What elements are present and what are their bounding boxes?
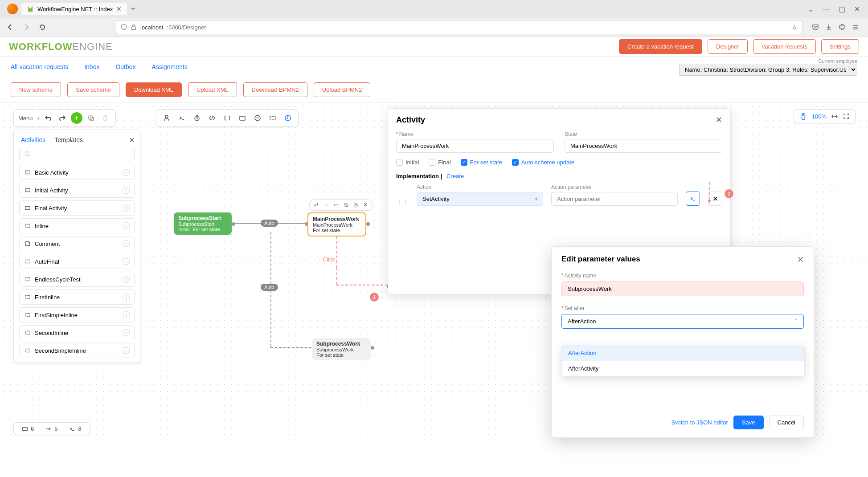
upload-bpmn-button[interactable]: Upload BPMN2 [314,82,371,97]
inline-icon[interactable] [267,112,278,124]
nav-inbox[interactable]: Inbox [84,63,99,70]
fullscreen-icon[interactable] [843,113,850,120]
nav-outbox[interactable]: Outbox [115,63,135,70]
upload-xml-button[interactable]: Upload XML [188,82,237,97]
hamburger-icon[interactable] [852,24,859,31]
info-icon[interactable]: i [123,258,130,265]
process-info-icon[interactable]: P [252,112,263,124]
action-parameter-input[interactable] [551,192,678,206]
redo-icon[interactable] [57,112,68,124]
window-minimize-icon[interactable]: — [823,5,830,13]
checkbox-auto-scheme-update[interactable]: ✓Auto scheme update [512,159,574,166]
panel-close-icon[interactable]: ✕ [129,136,135,144]
commands-icon[interactable] [176,112,188,124]
nav-reload-button[interactable] [37,21,48,33]
new-scheme-button[interactable]: New scheme [11,82,61,97]
info-icon[interactable]: i [123,240,130,247]
browser-tab[interactable]: WorkflowEngine NET :: Index ✕ [21,3,127,15]
employee-select[interactable]: Name: Christina; StructDivision: Group 3… [679,64,857,76]
download-bpmn-button[interactable]: Download BPMN2 [243,82,307,97]
switch-json-link[interactable]: Switch to JSON editor [671,419,728,426]
extensions-icon[interactable] [839,24,846,31]
info-icon[interactable]: i [123,187,130,194]
list-item[interactable]: Basic Activityi [19,165,135,180]
tab-close-icon[interactable]: ✕ [116,5,122,12]
create-vacation-button[interactable]: Create a vacation request [619,39,702,54]
list-item[interactable]: FirstInlinei [19,289,135,305]
code-actions-icon[interactable] [206,112,218,124]
list-item[interactable]: FirstSimpleInlinei [19,307,135,322]
activity-name-param-input[interactable] [561,281,804,296]
node-port[interactable] [371,346,374,350]
nav-forward-button[interactable] [20,21,32,33]
execute-action-icon[interactable] [686,192,700,206]
status-transitions[interactable]: 5 [43,425,60,432]
list-item[interactable]: EndlessCycleTesti [19,272,135,287]
node-tool-icon[interactable]: ⇄ [312,201,320,209]
nav-all-requests[interactable]: All vacation requests [11,63,68,70]
edge-label-auto[interactable]: Auto [261,284,278,291]
list-item[interactable]: AutoFinali [19,254,135,269]
delete-icon[interactable] [99,112,111,124]
nav-back-button[interactable] [4,21,16,33]
drag-handle-icon[interactable]: ⋮⋮ [396,199,409,206]
checkbox-for-set-state[interactable]: ✓For set state [461,159,502,166]
actors-icon[interactable] [161,112,172,124]
list-item[interactable]: Final Activityi [19,200,135,216]
bookmark-icon[interactable]: ☆ [792,24,797,31]
edge-label-auto[interactable]: Auto [261,220,278,227]
node-subprocess-start[interactable]: SubprocessStart SubprocessStart Initial-… [174,212,232,235]
node-port[interactable] [366,222,370,226]
designer-button[interactable]: Designer [708,39,748,54]
new-tab-button[interactable]: + [131,4,135,14]
nav-assignments[interactable]: Assignments [152,63,188,70]
timers-icon[interactable] [191,112,203,124]
parameters-icon[interactable] [221,112,233,124]
dropdown-option[interactable]: AfterAction [562,345,804,361]
checkbox-initial[interactable]: Initial [396,159,419,166]
cancel-button[interactable]: Cancel [769,416,804,429]
address-bar[interactable]: localhost:5000/Designer ☆ [115,20,803,34]
node-tool-icon[interactable]: → [322,201,330,209]
settings-button[interactable]: Settings [821,39,859,54]
edit-panel-close-icon[interactable]: ✕ [797,255,804,265]
node-port[interactable] [232,222,235,226]
node-main-process-work[interactable]: MainProcessWork MainProcessWork For set … [307,212,366,236]
window-maximize-icon[interactable]: ▢ [839,5,845,13]
node-tool-icon[interactable]: ⧉ [342,201,350,209]
add-icon[interactable]: + [71,112,82,124]
fit-icon[interactable] [831,113,838,120]
info-icon[interactable]: i [123,311,130,318]
activity-name-input[interactable] [396,139,554,153]
node-tool-icon[interactable]: ◎ [352,201,360,209]
node-tool-icon[interactable]: ▭ [332,201,340,209]
copy-icon[interactable] [85,112,97,124]
checkbox-final[interactable]: Final [429,159,450,166]
list-item[interactable]: Initial Activityi [19,183,135,198]
list-item[interactable]: Inlinei [19,218,135,233]
undo-icon[interactable] [42,112,54,124]
download-icon[interactable] [825,24,832,31]
activity-panel-close-icon[interactable]: ✕ [716,115,722,125]
status-actions[interactable]: 8 [66,425,84,432]
node-subprocess-work[interactable]: SubprocessWork SubprocessWork For set st… [312,338,371,360]
info-icon[interactable]: i [123,204,130,212]
list-item[interactable]: SecondSimpleInlinei [19,343,135,358]
pocket-icon[interactable] [812,24,819,31]
create-link[interactable]: Create [446,173,464,179]
activities-search[interactable] [19,148,135,160]
info-icon[interactable]: i [123,222,130,229]
info-icon[interactable]: i [123,294,130,301]
window-close-icon[interactable]: ✕ [854,5,860,13]
list-item[interactable]: Commenti [19,236,135,251]
status-states[interactable]: 6 [19,425,37,432]
tab-templates[interactable]: Templates [54,136,83,143]
info-icon[interactable]: i [123,329,130,336]
info-icon[interactable]: i [123,347,130,354]
save-scheme-button[interactable]: Save scheme [67,82,119,97]
dropdown-option[interactable]: AfterActivity [562,361,804,376]
menu-label[interactable]: Menu [18,115,35,122]
download-xml-button[interactable]: Download XML [126,82,182,97]
save-button[interactable]: Save [733,416,764,429]
vacation-requests-button[interactable]: Vacation requests [753,39,816,54]
